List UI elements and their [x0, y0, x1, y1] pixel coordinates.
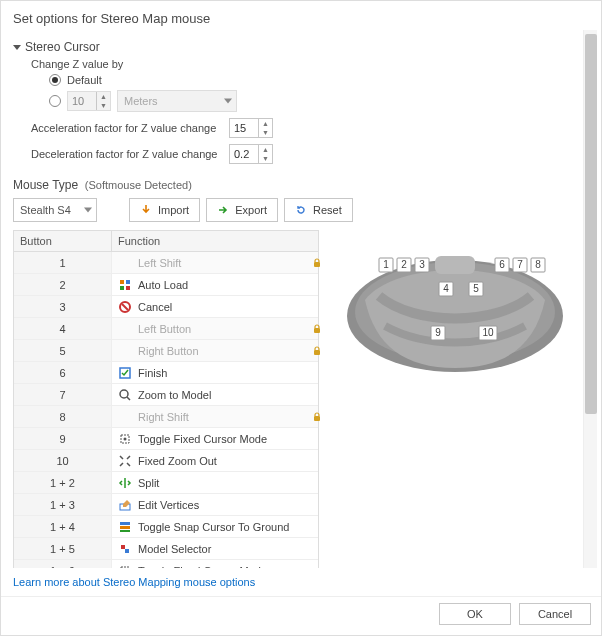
- diagram-button-number: 10: [482, 327, 494, 338]
- table-row[interactable]: 2Auto Load: [14, 274, 318, 296]
- ok-button[interactable]: OK: [439, 603, 511, 625]
- function-label: Toggle Fixed Cursor Mode: [138, 433, 267, 445]
- table-row[interactable]: 7Zoom to Model: [14, 384, 318, 406]
- table-row[interactable]: 1Left Shift: [14, 252, 318, 274]
- learn-more-link[interactable]: Learn more about Stereo Mapping mouse op…: [13, 576, 255, 588]
- button-cell: 1: [14, 252, 112, 273]
- diagram-button-number: 2: [401, 259, 407, 270]
- table-row[interactable]: 5Right Button: [14, 340, 318, 362]
- import-button[interactable]: Import: [129, 198, 200, 222]
- svg-rect-0: [314, 262, 320, 267]
- function-label: Zoom to Model: [138, 389, 211, 401]
- button-cell: 6: [14, 362, 112, 383]
- chevron-down-icon: [13, 45, 21, 50]
- model-icon: [118, 542, 132, 556]
- table-row[interactable]: 3Cancel: [14, 296, 318, 318]
- function-cell[interactable]: Auto Load: [112, 274, 318, 295]
- export-button[interactable]: Export: [206, 198, 278, 222]
- button-cell: 1 + 4: [14, 516, 112, 537]
- decel-stepper[interactable]: 0.2 ▲▼: [229, 144, 273, 164]
- function-cell[interactable]: Left Shift: [112, 252, 318, 273]
- function-label: Edit Vertices: [138, 499, 199, 511]
- function-label: Auto Load: [138, 279, 188, 291]
- snap-icon: [118, 520, 132, 534]
- accel-stepper[interactable]: 15 ▲▼: [229, 118, 273, 138]
- function-label: Right Shift: [118, 411, 189, 423]
- function-cell[interactable]: Toggle Fixed Cursor Mode: [112, 428, 318, 449]
- vertical-scrollbar[interactable]: [583, 30, 597, 568]
- radio-default-label: Default: [67, 74, 102, 86]
- svg-rect-16: [120, 530, 130, 532]
- cancel-button[interactable]: Cancel: [519, 603, 591, 625]
- mousetype-detected: (Softmouse Detected): [85, 179, 192, 191]
- function-cell[interactable]: Edit Vertices: [112, 494, 318, 515]
- units-select: Meters: [117, 90, 237, 112]
- cancel-label: Cancel: [538, 608, 572, 620]
- button-cell: 1 + 6: [14, 560, 112, 568]
- function-label: Cancel: [138, 301, 172, 313]
- button-cell: 1 + 5: [14, 538, 112, 559]
- function-cell[interactable]: Toggle Snap Cursor To Ground: [112, 516, 318, 537]
- function-cell[interactable]: Right Button: [112, 340, 318, 361]
- button-cell: 5: [14, 340, 112, 361]
- table-row[interactable]: 1 + 2Split: [14, 472, 318, 494]
- function-label: Model Selector: [138, 543, 211, 555]
- svg-point-9: [120, 390, 128, 398]
- function-cell[interactable]: Left Button: [112, 318, 318, 339]
- table-row[interactable]: 1 + 5Model Selector: [14, 538, 318, 560]
- diagram-button-number: 7: [517, 259, 523, 270]
- function-cell[interactable]: Toggle Fixed Cursor Mode: [112, 560, 318, 568]
- function-cell[interactable]: Split: [112, 472, 318, 493]
- change-z-label: Change Z value by: [31, 58, 579, 70]
- fixed-icon: [118, 432, 132, 446]
- scrollbar-thumb[interactable]: [585, 34, 597, 414]
- function-cell[interactable]: Right Shift: [112, 406, 318, 427]
- function-cell[interactable]: Zoom to Model: [112, 384, 318, 405]
- table-row[interactable]: 1 + 6Toggle Fixed Cursor Mode: [14, 560, 318, 568]
- function-cell[interactable]: Cancel: [112, 296, 318, 317]
- zoomout-icon: [118, 454, 132, 468]
- accel-label: Acceleration factor for Z value change: [31, 122, 221, 134]
- stereo-cursor-heading[interactable]: Stereo Cursor: [13, 40, 579, 54]
- function-cell[interactable]: Fixed Zoom Out: [112, 450, 318, 471]
- table-row[interactable]: 10Fixed Zoom Out: [14, 450, 318, 472]
- function-cell[interactable]: Finish: [112, 362, 318, 383]
- units-value: Meters: [124, 95, 158, 107]
- svg-rect-17: [121, 545, 125, 549]
- function-label: Finish: [138, 367, 167, 379]
- section-label: Stereo Cursor: [25, 40, 100, 54]
- table-row[interactable]: 9Toggle Fixed Cursor Mode: [14, 428, 318, 450]
- svg-rect-19: [121, 567, 129, 569]
- function-label: Right Button: [118, 345, 199, 357]
- mousetype-select[interactable]: Stealth S4: [13, 198, 97, 222]
- svg-rect-7: [314, 350, 320, 355]
- button-cell: 7: [14, 384, 112, 405]
- table-row[interactable]: 1 + 3Edit Vertices: [14, 494, 318, 516]
- decel-value: 0.2: [234, 148, 249, 160]
- table-row[interactable]: 6Finish: [14, 362, 318, 384]
- lock-icon: [292, 346, 312, 356]
- table-row[interactable]: 1 + 4Toggle Snap Cursor To Ground: [14, 516, 318, 538]
- function-label: Toggle Fixed Cursor Mode: [138, 565, 267, 569]
- radio-default[interactable]: [49, 74, 61, 86]
- svg-point-12: [124, 437, 127, 440]
- radio-custom-row[interactable]: 10 ▲▼ Meters: [49, 90, 579, 112]
- chevron-down-icon: [84, 208, 92, 213]
- reset-button[interactable]: Reset: [284, 198, 353, 222]
- diagram-button-number: 8: [535, 259, 541, 270]
- table-row[interactable]: 4Left Button: [14, 318, 318, 340]
- radio-default-row[interactable]: Default: [49, 74, 579, 86]
- table-row[interactable]: 8Right Shift: [14, 406, 318, 428]
- radio-custom[interactable]: [49, 95, 61, 107]
- finish-icon: [118, 366, 132, 380]
- button-cell: 2: [14, 274, 112, 295]
- button-cell: 3: [14, 296, 112, 317]
- svg-rect-18: [125, 549, 129, 553]
- svg-rect-6: [314, 328, 320, 333]
- lock-icon: [292, 412, 312, 422]
- button-mapping-table: Button Function 1Left Shift2Auto Load3Ca…: [13, 230, 319, 568]
- cancel-icon: [118, 300, 132, 314]
- mousetype-heading: Mouse Type: [13, 178, 78, 192]
- zoom-icon: [118, 388, 132, 402]
- function-cell[interactable]: Model Selector: [112, 538, 318, 559]
